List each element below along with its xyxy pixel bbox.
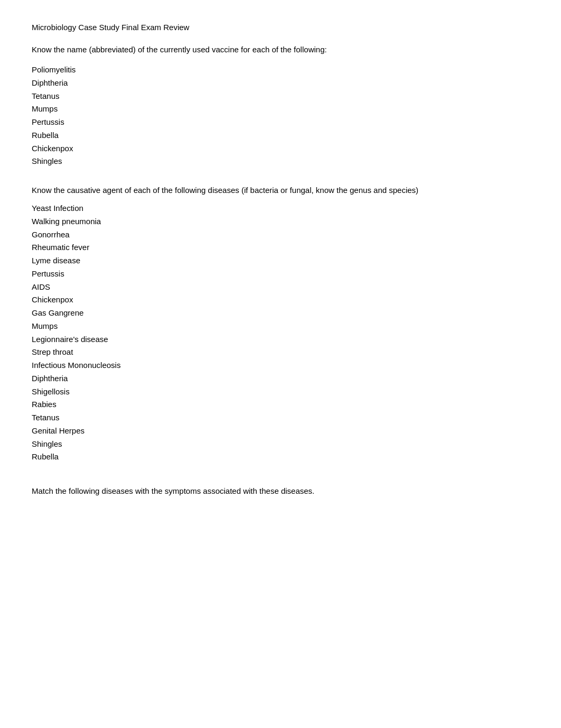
list-item: Pertussis (32, 116, 529, 129)
list-item: Tetanus (32, 411, 529, 425)
list-item: Rabies (32, 398, 529, 411)
list-item: Poliomyelitis (32, 63, 529, 77)
list-item: Infectious Mononucleosis (32, 359, 529, 372)
list-item: Gonorrhea (32, 228, 529, 242)
section2-intro: Know the causative agent of each of the … (32, 184, 529, 197)
section2-list: Yeast InfectionWalking pneumoniaGonorrhe… (32, 202, 529, 464)
list-item: Chickenpox (32, 142, 529, 155)
section1-list: PoliomyelitisDiphtheriaTetanusMumpsPertu… (32, 63, 529, 168)
page-title: Microbiology Case Study Final Exam Revie… (32, 21, 529, 34)
list-item: Rubella (32, 450, 529, 464)
list-item: Mumps (32, 320, 529, 333)
section1: Know the name (abbreviated) of the curre… (32, 43, 529, 168)
list-item: Tetanus (32, 90, 529, 103)
list-item: Walking pneumonia (32, 215, 529, 228)
section2: Know the causative agent of each of the … (32, 184, 529, 464)
list-item: Genital Herpes (32, 425, 529, 438)
list-item: Mumps (32, 103, 529, 116)
list-item: AIDS (32, 281, 529, 294)
list-item: Shigellosis (32, 385, 529, 399)
list-item: Strep throat (32, 346, 529, 359)
list-item: Lyme disease (32, 254, 529, 268)
list-item: Shingles (32, 438, 529, 451)
list-item: Gas Gangrene (32, 307, 529, 320)
list-item: Diphtheria (32, 372, 529, 385)
list-item: Pertussis (32, 268, 529, 281)
list-item: Rheumatic fever (32, 241, 529, 254)
list-item: Legionnaire's disease (32, 333, 529, 346)
list-item: Yeast Infection (32, 202, 529, 215)
section3-intro: Match the following diseases with the sy… (32, 485, 529, 497)
list-item: Rubella (32, 129, 529, 142)
list-item: Shingles (32, 155, 529, 168)
section1-intro: Know the name (abbreviated) of the curre… (32, 43, 529, 56)
list-item: Chickenpox (32, 293, 529, 307)
list-item: Diphtheria (32, 77, 529, 90)
